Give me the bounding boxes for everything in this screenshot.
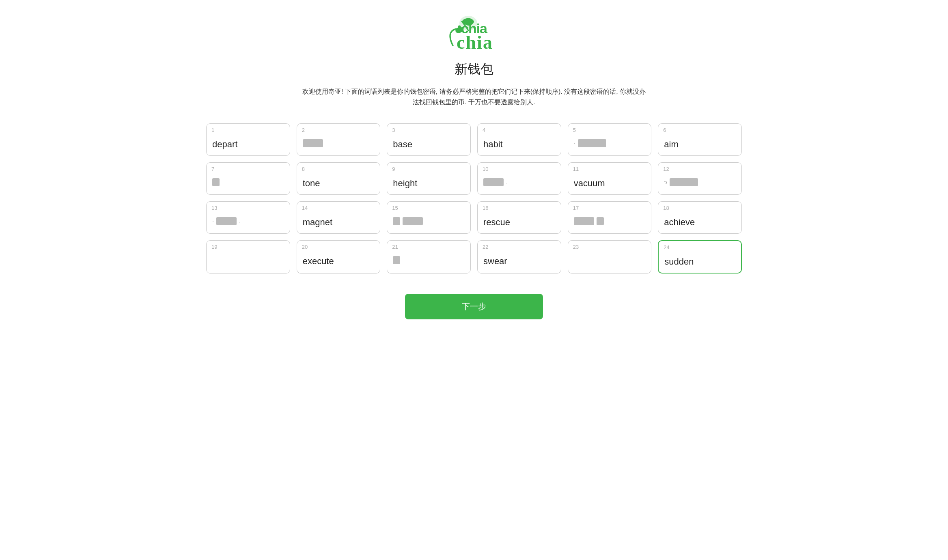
- word-card-22: 22swear: [477, 240, 561, 274]
- word-number-11: 11: [573, 166, 579, 172]
- word-card-19: 19: [206, 240, 290, 274]
- word-redacted-13: ·.: [212, 217, 284, 225]
- word-redacted-10: .: [483, 178, 555, 186]
- page-title: 新钱包: [455, 60, 493, 78]
- word-redacted-12: ↄ: [664, 178, 736, 186]
- word-card-10: 10.: [477, 162, 561, 195]
- word-text-18: achieve: [664, 217, 736, 228]
- word-number-14: 14: [302, 205, 308, 211]
- word-text-6: aim: [664, 139, 736, 150]
- word-number-5: 5: [573, 127, 576, 133]
- word-card-9: 9height: [387, 162, 471, 195]
- word-card-18: 18achieve: [658, 201, 742, 234]
- word-card-17: 17: [568, 201, 652, 234]
- word-text-14: magnet: [303, 217, 375, 228]
- word-card-14: 14magnet: [297, 201, 381, 234]
- word-card-12: 12ↄ: [658, 162, 742, 195]
- word-number-23: 23: [573, 244, 579, 250]
- word-number-20: 20: [302, 244, 308, 250]
- word-number-10: 10: [483, 166, 488, 172]
- word-card-16: 16rescue: [477, 201, 561, 234]
- description: 欢迎使用奇亚! 下面的词语列表是你的钱包密语, 请务必严格完整的把它们记下来(保…: [299, 86, 649, 107]
- word-text-3: base: [393, 139, 465, 150]
- word-text-8: tone: [303, 178, 375, 189]
- word-text-22: swear: [483, 256, 555, 267]
- word-text-1: depart: [212, 139, 284, 150]
- word-number-3: 3: [392, 127, 395, 133]
- words-grid: 1depart23base4habit5·6aim78tone9height10…: [206, 123, 742, 274]
- word-redacted-5: ·: [574, 139, 646, 147]
- word-card-8: 8tone: [297, 162, 381, 195]
- word-card-7: 7: [206, 162, 290, 195]
- word-number-9: 9: [392, 166, 395, 172]
- word-number-21: 21: [392, 244, 398, 250]
- word-card-13: 13·.: [206, 201, 290, 234]
- word-number-16: 16: [483, 205, 488, 211]
- word-redacted-2: [303, 139, 375, 147]
- word-card-4: 4habit: [477, 123, 561, 156]
- word-text-4: habit: [483, 139, 555, 150]
- word-number-1: 1: [211, 127, 214, 133]
- word-number-6: 6: [663, 127, 666, 133]
- word-number-19: 19: [211, 244, 217, 250]
- word-card-21: 21: [387, 240, 471, 274]
- word-text-16: rescue: [483, 217, 555, 228]
- word-redacted-17: [574, 217, 646, 225]
- chia-logo: chia: [442, 24, 506, 56]
- word-text-11: vacuum: [574, 178, 646, 189]
- word-card-2: 2: [297, 123, 381, 156]
- word-number-17: 17: [573, 205, 579, 211]
- word-number-18: 18: [663, 205, 669, 211]
- word-redacted-15: [393, 217, 465, 225]
- word-number-22: 22: [483, 244, 488, 250]
- word-number-12: 12: [663, 166, 669, 172]
- word-card-11: 11vacuum: [568, 162, 652, 195]
- word-text-24: sudden: [664, 256, 735, 267]
- word-number-24: 24: [664, 244, 669, 250]
- svg-point-3: [458, 26, 461, 28]
- word-card-6: 6aim: [658, 123, 742, 156]
- word-number-13: 13: [211, 205, 217, 211]
- word-card-23: 23: [568, 240, 652, 274]
- word-text-9: height: [393, 178, 465, 189]
- word-card-5: 5·: [568, 123, 652, 156]
- word-card-1: 1depart: [206, 123, 290, 156]
- svg-text:chia: chia: [457, 32, 493, 53]
- word-redacted-7: [212, 178, 284, 186]
- word-number-8: 8: [302, 166, 305, 172]
- word-number-2: 2: [302, 127, 305, 133]
- word-card-24: 24sudden: [658, 240, 742, 274]
- word-number-15: 15: [392, 205, 398, 211]
- word-redacted-21: [393, 256, 465, 264]
- word-card-20: 20execute: [297, 240, 381, 274]
- word-card-3: 3base: [387, 123, 471, 156]
- word-text-20: execute: [303, 256, 375, 267]
- word-number-7: 7: [211, 166, 214, 172]
- word-card-15: 15: [387, 201, 471, 234]
- next-button[interactable]: 下一步: [405, 294, 543, 319]
- word-number-4: 4: [483, 127, 485, 133]
